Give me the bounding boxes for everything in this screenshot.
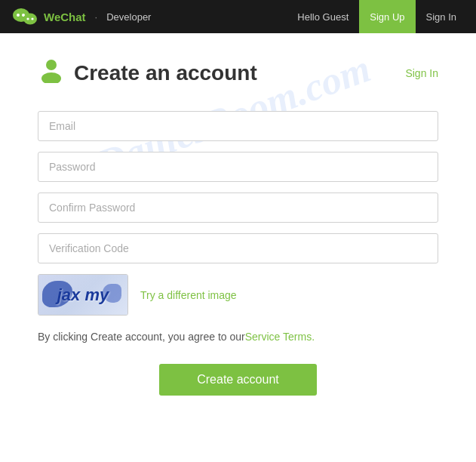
navbar-left: WeChat · Developer [12, 8, 151, 26]
page-title-group: Create an account [38, 56, 257, 90]
navbar-brand: WeChat [44, 11, 86, 23]
password-input[interactable] [38, 152, 438, 182]
svg-point-3 [23, 14, 37, 25]
captcha-section: jax my Try a different image [38, 274, 438, 316]
navbar-separator: · [95, 11, 98, 23]
email-input[interactable] [38, 111, 438, 141]
service-terms-link[interactable]: Service Terms. [245, 331, 315, 343]
svg-point-5 [31, 17, 33, 20]
captcha-inner: jax my [38, 275, 127, 315]
wechat-logo-icon [12, 8, 38, 26]
page-header: Create an account Sign In [38, 56, 438, 90]
confirm-password-input[interactable] [38, 192, 438, 223]
captcha-image: jax my [38, 274, 128, 316]
create-account-button[interactable]: Create account [159, 364, 317, 396]
page-title: Create an account [74, 61, 257, 85]
navbar: WeChat · Developer Hello Guest Sign Up S… [0, 0, 476, 33]
password-form-group [38, 152, 438, 182]
navbar-signup-button[interactable]: Sign Up [359, 0, 415, 33]
navbar-developer: Developer [106, 11, 151, 23]
confirm-password-form-group [38, 192, 438, 223]
navbar-hello-guest: Hello Guest [290, 11, 356, 23]
svg-point-7 [41, 72, 61, 83]
verification-code-form-group [38, 233, 438, 263]
signin-link[interactable]: Sign In [405, 67, 438, 79]
svg-point-4 [26, 17, 29, 20]
person-icon [38, 56, 65, 83]
email-form-group [38, 111, 438, 141]
terms-prefix: By clicking Create account, you agree to… [38, 331, 245, 343]
navbar-signin-button[interactable]: Sign In [419, 0, 464, 33]
wechat-logo [12, 8, 38, 26]
svg-point-6 [46, 60, 57, 70]
captcha-text: jax my [57, 285, 109, 305]
user-icon [38, 56, 65, 90]
svg-point-1 [17, 14, 20, 17]
create-account-wrapper: Create account [38, 364, 438, 396]
try-different-image-link[interactable]: Try a different image [140, 289, 237, 301]
terms-text: By clicking Create account, you agree to… [38, 331, 438, 343]
main-content: DailiesRoom.com Create an account Sign I… [0, 33, 476, 462]
verification-code-input[interactable] [38, 233, 438, 263]
navbar-right: Hello Guest Sign Up Sign In [290, 0, 464, 33]
